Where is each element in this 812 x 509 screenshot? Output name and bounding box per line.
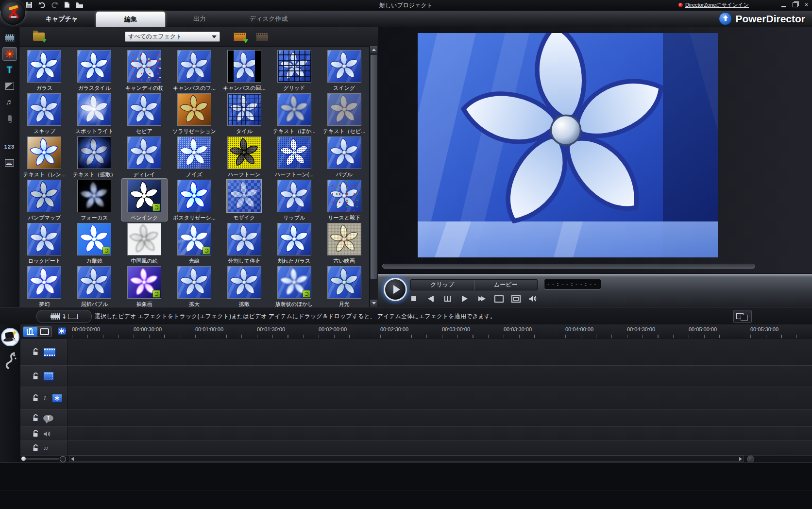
apply-effect-button[interactable]: ⤵: [36, 310, 92, 323]
track-header[interactable]: T: [20, 409, 68, 426]
library-scrollbar[interactable]: [369, 46, 378, 307]
minimize-button[interactable]: [781, 6, 786, 7]
effect-item[interactable]: 古い映画: [319, 221, 369, 265]
restore-button[interactable]: [793, 2, 798, 7]
magic-fix-button[interactable]: [3, 352, 17, 369]
effect-item[interactable]: モザイク: [219, 178, 269, 221]
unlock-icon[interactable]: [32, 394, 39, 402]
effect-item[interactable]: 割れたガラス: [269, 221, 319, 265]
effect-item[interactable]: セピア: [119, 92, 169, 135]
zoom-magnifier-icon[interactable]: [60, 456, 66, 462]
effect-item[interactable]: ガラス: [19, 49, 69, 92]
sidebar-item-subtitle-room[interactable]: [2, 156, 17, 170]
sidebar-item-voiceover-room[interactable]: [2, 111, 17, 125]
storyboard-view-button[interactable]: [37, 327, 51, 337]
effect-item[interactable]: 拡大: [169, 265, 220, 308]
open-library-folder-icon[interactable]: [33, 33, 45, 41]
sidebar-item-title-room[interactable]: T: [2, 63, 17, 77]
unlock-icon[interactable]: [32, 414, 39, 422]
magic-style-button[interactable]: [1, 326, 19, 348]
effect-item[interactable]: ペンインク: [121, 178, 168, 221]
effect-item[interactable]: テキスト（レン...: [19, 135, 69, 178]
effect-item[interactable]: スイング: [319, 49, 369, 92]
effect-item[interactable]: ガラスタイル: [69, 49, 119, 92]
effect-item[interactable]: ハーフトーン(...: [269, 135, 319, 178]
effect-item[interactable]: キャンディの杖: [119, 49, 169, 92]
effect-item[interactable]: グリッド: [269, 49, 319, 92]
effect-item[interactable]: ハーフトーン: [219, 135, 269, 178]
scroll-down-button[interactable]: [370, 300, 377, 307]
effect-item[interactable]: テキスト（セピ...: [319, 92, 369, 135]
track-header[interactable]: 1.: [20, 387, 68, 409]
movie-mode-button[interactable]: ムービー: [474, 280, 538, 290]
unlock-icon[interactable]: [32, 348, 39, 356]
effect-item[interactable]: 放射状のぼかし: [269, 265, 319, 308]
effect-item[interactable]: 夢幻: [19, 265, 69, 308]
horizontal-scrollbar[interactable]: [69, 456, 744, 462]
stop-icon[interactable]: [409, 294, 419, 303]
effect-item[interactable]: タイル: [219, 92, 269, 135]
effect-item[interactable]: ノイズ: [169, 135, 220, 178]
sidebar-item-effect-room[interactable]: [2, 47, 17, 61]
previous-frame-icon[interactable]: [426, 294, 436, 303]
effect-item[interactable]: 分割して停止: [219, 221, 269, 265]
clip-mode-button[interactable]: クリップ: [411, 280, 474, 290]
effect-item[interactable]: キャンバスの回...: [219, 49, 269, 92]
effect-item[interactable]: キャンバスのフ...: [169, 49, 220, 92]
sidebar-item-transition-room[interactable]: [2, 79, 17, 93]
seek-bar[interactable]: [382, 264, 755, 269]
track-lane[interactable]: [68, 409, 812, 426]
scroll-right-icon[interactable]: [739, 457, 742, 461]
sidebar-item-audio-mixing-room[interactable]: ♬: [2, 95, 17, 109]
timeline-view-button[interactable]: [23, 327, 37, 337]
tab-0[interactable]: キャプチャ: [27, 11, 96, 27]
effect-item[interactable]: ディレイ: [119, 135, 169, 178]
track-header[interactable]: ♪♪: [20, 441, 68, 455]
track-header[interactable]: [20, 366, 68, 387]
effect-item[interactable]: バブル: [319, 135, 369, 178]
effect-item[interactable]: ロックビート: [19, 221, 69, 265]
tab-2[interactable]: 出力: [165, 11, 234, 27]
fast-forward-icon[interactable]: [477, 294, 487, 303]
play-button[interactable]: [384, 278, 407, 301]
effect-item[interactable]: バンプマップ: [19, 178, 69, 221]
fullscreen-icon[interactable]: [511, 294, 521, 303]
snapshot-icon[interactable]: [494, 294, 504, 303]
zoom-slider-knob[interactable]: [21, 457, 26, 461]
unlock-icon[interactable]: [32, 430, 39, 438]
signin-link[interactable]: DirectorZoneにサインイン: [685, 1, 749, 9]
dual-preview-button[interactable]: [733, 310, 752, 323]
effect-item[interactable]: 拡散: [219, 265, 269, 308]
effect-item[interactable]: スキップ: [19, 92, 69, 135]
sidebar-item-chapter-room[interactable]: 123: [2, 140, 17, 153]
close-button[interactable]: ×: [805, 1, 808, 9]
tab-3[interactable]: ディスク作成: [234, 11, 303, 27]
track-lane[interactable]: [68, 427, 812, 441]
fit-timeline-button[interactable]: [747, 456, 754, 463]
unlock-icon[interactable]: [32, 444, 39, 452]
upload-effects-icon[interactable]: [256, 33, 269, 41]
track-lane[interactable]: [68, 387, 812, 409]
scroll-up-button[interactable]: [370, 46, 377, 53]
volume-icon[interactable]: [528, 294, 538, 303]
track-lane[interactable]: [68, 441, 812, 455]
effect-item[interactable]: テキスト（拡散）: [69, 135, 119, 178]
effect-item[interactable]: 光線: [169, 221, 220, 265]
unlock-icon[interactable]: [32, 373, 39, 380]
next-frame-icon[interactable]: [460, 294, 470, 303]
effect-item[interactable]: スポットライト: [69, 92, 119, 135]
scroll-left-icon[interactable]: [71, 457, 74, 461]
track-lane[interactable]: [68, 366, 812, 387]
effect-item[interactable]: 万華鏡: [69, 221, 119, 265]
track-header[interactable]: [20, 339, 68, 365]
effect-item[interactable]: テキスト（ぼか...: [269, 92, 319, 135]
effect-item[interactable]: ポスタリゼーシ...: [169, 178, 220, 221]
effect-item[interactable]: 月光: [319, 265, 369, 308]
effect-item[interactable]: 抽象画: [119, 265, 169, 308]
track-lane[interactable]: [68, 339, 812, 365]
effect-item[interactable]: 屈折バブル: [69, 265, 119, 308]
scrollbar-thumb[interactable]: [370, 54, 377, 279]
track-header[interactable]: [20, 427, 68, 441]
effect-item[interactable]: フォーカス: [69, 178, 119, 221]
scrub-icon[interactable]: [443, 294, 453, 303]
